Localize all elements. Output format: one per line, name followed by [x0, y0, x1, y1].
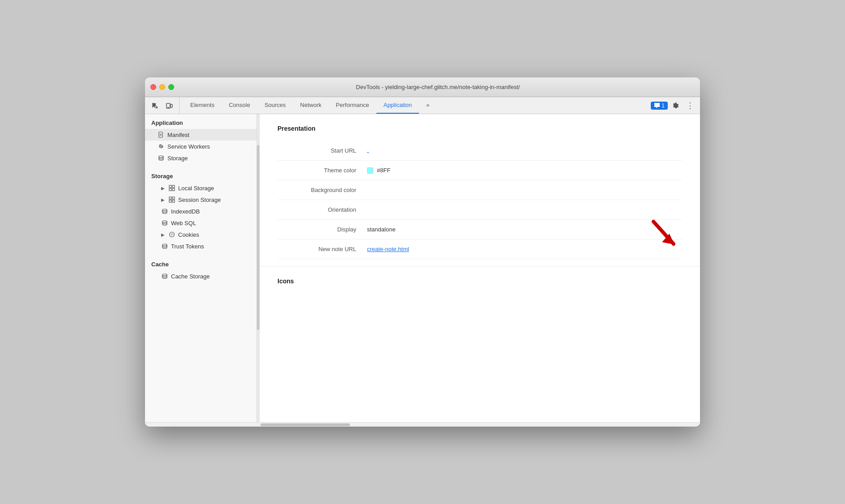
tab-performance[interactable]: Performance: [329, 97, 376, 114]
display-label: Display: [277, 226, 367, 233]
theme-color-value: #8FF: [367, 167, 390, 174]
local-storage-chevron-icon: ▶: [161, 186, 165, 191]
svg-point-18: [162, 221, 167, 222]
more-options-button[interactable]: ⋮: [684, 99, 696, 112]
svg-point-21: [172, 233, 173, 234]
cookies-chevron-icon: ▶: [161, 232, 165, 237]
minimize-button[interactable]: [159, 84, 165, 90]
new-note-url-value: create-note.html: [367, 246, 409, 252]
sidebar-item-local-storage[interactable]: ▶ Local Storage: [145, 182, 256, 194]
sidebar-item-cookies[interactable]: ▶ Cookies: [145, 229, 256, 240]
file-icon: [158, 131, 165, 138]
tab-more[interactable]: »: [419, 97, 436, 114]
svg-rect-2: [171, 104, 172, 107]
start-url-value: .: [367, 147, 369, 155]
devtools-window: DevTools - yielding-large-chef.glitch.me…: [145, 77, 700, 427]
svg-point-25: [162, 244, 167, 246]
svg-rect-9: [169, 185, 171, 188]
background-color-label: Background color: [277, 187, 367, 193]
theme-color-label: Theme color: [277, 167, 367, 174]
new-note-url-link[interactable]: create-note.html: [367, 246, 409, 252]
start-url-label: Start URL: [277, 147, 367, 154]
maximize-button[interactable]: [168, 84, 174, 90]
main-area: Application Manifest: [145, 114, 700, 422]
display-text: standalone: [367, 226, 396, 233]
sidebar-item-session-storage[interactable]: ▶ Session Storage: [145, 194, 256, 205]
traffic-lights: [150, 84, 174, 90]
service-workers-label: Service Workers: [167, 143, 210, 150]
presentation-title: Presentation: [277, 125, 682, 132]
storage-icon: [158, 154, 165, 162]
toolbar-icon-group: [149, 97, 179, 114]
new-note-url-row: New note URL create-note.html: [277, 239, 682, 259]
settings-button[interactable]: [670, 99, 682, 112]
web-sql-label: Web SQL: [171, 220, 196, 226]
svg-rect-16: [172, 200, 175, 202]
indexeddb-label: IndexedDB: [171, 208, 200, 215]
svg-rect-12: [172, 188, 175, 191]
bottom-scrollbar-thumb[interactable]: [260, 423, 350, 426]
orientation-label: Orientation: [277, 206, 367, 213]
cookies-icon: [168, 231, 175, 238]
tab-application[interactable]: Application: [376, 97, 419, 114]
theme-color-swatch[interactable]: [367, 167, 373, 174]
background-color-row: Background color: [277, 180, 682, 200]
icons-section: Icons: [260, 266, 700, 301]
feedback-button[interactable]: 1: [651, 102, 668, 110]
sidebar-item-storage-app[interactable]: Storage: [145, 152, 256, 164]
storage-section-header: Storage: [145, 167, 256, 182]
web-sql-icon: [161, 219, 168, 226]
local-storage-label: Local Storage: [178, 185, 214, 192]
svg-rect-15: [169, 200, 171, 202]
svg-point-8: [159, 156, 163, 158]
application-section-header: Application: [145, 114, 256, 129]
sidebar-item-indexeddb[interactable]: IndexedDB: [145, 205, 256, 217]
sidebar: Application Manifest: [145, 114, 257, 422]
session-storage-chevron-icon: ▶: [161, 197, 165, 202]
gear-icon: [158, 143, 165, 150]
theme-color-text: #8FF: [377, 167, 390, 174]
storage-app-label: Storage: [167, 155, 188, 162]
bottom-scrollbar[interactable]: [145, 422, 700, 427]
toolbar-right-actions: 1 ⋮: [651, 97, 696, 114]
session-storage-grid-icon: [168, 196, 175, 203]
svg-point-23: [171, 235, 172, 236]
title-bar: DevTools - yielding-large-chef.glitch.me…: [145, 77, 700, 97]
svg-point-20: [171, 234, 171, 235]
tab-sources[interactable]: Sources: [257, 97, 293, 114]
sidebar-item-web-sql[interactable]: Web SQL: [145, 217, 256, 229]
trust-tokens-label: Trust Tokens: [171, 243, 204, 250]
tab-elements[interactable]: Elements: [183, 97, 222, 114]
session-storage-label: Session Storage: [178, 196, 221, 203]
svg-rect-13: [169, 197, 171, 199]
icons-title: Icons: [277, 278, 682, 285]
close-button[interactable]: [150, 84, 156, 90]
toolbar-tabs: Elements Console Sources Network Perform…: [183, 97, 647, 114]
local-storage-grid-icon: [168, 184, 175, 192]
manifest-label: Manifest: [167, 132, 189, 138]
sidebar-item-manifest[interactable]: Manifest: [145, 129, 256, 141]
tab-network[interactable]: Network: [293, 97, 329, 114]
start-url-dot: .: [367, 147, 369, 155]
svg-point-22: [173, 235, 174, 235]
presentation-section: Presentation Start URL . Theme color #8F…: [260, 114, 700, 266]
device-mode-button[interactable]: [163, 99, 175, 112]
sidebar-item-cache-storage[interactable]: Cache Storage: [145, 270, 256, 282]
orientation-row: Orientation: [277, 200, 682, 220]
sidebar-item-trust-tokens[interactable]: Trust Tokens: [145, 240, 256, 252]
sidebar-scrollbar[interactable]: [257, 114, 260, 422]
tab-console[interactable]: Console: [222, 97, 257, 114]
sidebar-item-service-workers[interactable]: Service Workers: [145, 141, 256, 152]
svg-rect-5: [162, 132, 162, 133]
svg-point-24: [171, 234, 172, 235]
svg-rect-14: [172, 197, 175, 199]
theme-color-row: Theme color #8FF: [277, 161, 682, 180]
inspect-mode-button[interactable]: [149, 99, 161, 112]
svg-rect-10: [172, 185, 175, 188]
cache-section-header: Cache: [145, 256, 256, 270]
new-note-url-label: New note URL: [277, 246, 367, 252]
trust-tokens-icon: [161, 243, 168, 250]
start-url-row: Start URL .: [277, 141, 682, 161]
svg-point-17: [162, 209, 167, 211]
cache-storage-label: Cache Storage: [171, 273, 210, 280]
